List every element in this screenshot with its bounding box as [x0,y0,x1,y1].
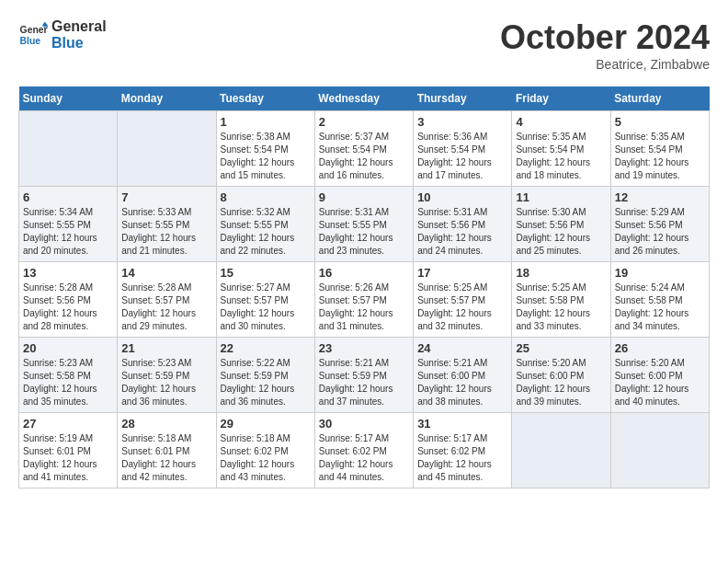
calendar-cell: 3Sunrise: 5:36 AMSunset: 5:54 PMDaylight… [414,111,512,187]
calendar-cell: 27Sunrise: 5:19 AMSunset: 6:01 PMDayligh… [19,413,118,488]
day-info: Sunrise: 5:37 AMSunset: 5:54 PMDaylight:… [319,131,409,182]
weekday-header-saturday: Saturday [610,86,709,111]
day-number: 16 [319,266,409,280]
day-info: Sunrise: 5:31 AMSunset: 5:56 PMDaylight:… [417,206,507,258]
week-row-1: 1Sunrise: 5:38 AMSunset: 5:54 PMDaylight… [19,111,710,187]
calendar-cell: 26Sunrise: 5:20 AMSunset: 6:00 PMDayligh… [610,338,709,413]
day-info: Sunrise: 5:28 AMSunset: 5:56 PMDaylight:… [23,282,113,333]
day-info: Sunrise: 5:21 AMSunset: 6:00 PMDaylight:… [417,357,507,408]
calendar-cell: 28Sunrise: 5:18 AMSunset: 6:01 PMDayligh… [118,413,216,488]
calendar-cell: 13Sunrise: 5:28 AMSunset: 5:56 PMDayligh… [19,262,118,338]
calendar-cell: 17Sunrise: 5:25 AMSunset: 5:57 PMDayligh… [414,262,512,338]
month-title: October 2024 [500,18,710,57]
svg-text:Blue: Blue [20,35,41,45]
day-number: 5 [615,115,705,129]
weekday-header-wednesday: Wednesday [314,86,413,111]
day-info: Sunrise: 5:19 AMSunset: 6:01 PMDaylight:… [23,432,113,484]
week-row-5: 27Sunrise: 5:19 AMSunset: 6:01 PMDayligh… [19,413,710,488]
day-info: Sunrise: 5:25 AMSunset: 5:58 PMDaylight:… [516,282,606,333]
day-number: 19 [615,266,705,280]
calendar-cell: 9Sunrise: 5:31 AMSunset: 5:55 PMDaylight… [314,187,413,262]
day-number: 11 [516,190,606,204]
day-info: Sunrise: 5:18 AMSunset: 6:02 PMDaylight:… [221,432,311,484]
day-info: Sunrise: 5:30 AMSunset: 5:56 PMDaylight:… [516,206,606,258]
day-number: 27 [23,417,113,431]
weekday-header-tuesday: Tuesday [216,86,314,111]
day-info: Sunrise: 5:20 AMSunset: 6:00 PMDaylight:… [615,357,705,408]
calendar-cell: 16Sunrise: 5:26 AMSunset: 5:57 PMDayligh… [314,262,413,338]
calendar-cell [512,413,610,488]
day-number: 8 [221,190,311,204]
title-block: October 2024 Beatrice, Zimbabwe [500,18,710,72]
day-number: 10 [417,190,507,204]
day-number: 22 [221,341,311,355]
page-header: General Blue General Blue October 2024 B… [18,18,710,72]
day-number: 6 [23,190,113,204]
day-info: Sunrise: 5:35 AMSunset: 5:54 PMDaylight:… [615,131,705,182]
day-number: 30 [319,417,409,431]
svg-text:General: General [20,25,48,35]
day-number: 21 [121,341,211,355]
calendar-cell: 24Sunrise: 5:21 AMSunset: 6:00 PMDayligh… [414,338,512,413]
calendar-cell: 29Sunrise: 5:18 AMSunset: 6:02 PMDayligh… [216,413,314,488]
calendar-cell [610,413,709,488]
day-info: Sunrise: 5:21 AMSunset: 5:59 PMDaylight:… [319,357,409,408]
day-info: Sunrise: 5:27 AMSunset: 5:57 PMDaylight:… [221,282,311,333]
day-number: 25 [516,341,606,355]
day-number: 14 [121,266,211,280]
day-info: Sunrise: 5:31 AMSunset: 5:55 PMDaylight:… [319,206,409,258]
weekday-header-sunday: Sunday [19,86,118,111]
day-info: Sunrise: 5:24 AMSunset: 5:58 PMDaylight:… [615,282,705,333]
day-info: Sunrise: 5:23 AMSunset: 5:59 PMDaylight:… [121,357,211,408]
day-number: 7 [121,190,211,204]
day-info: Sunrise: 5:20 AMSunset: 6:00 PMDaylight:… [516,357,606,408]
location: Beatrice, Zimbabwe [500,57,710,72]
calendar-cell: 5Sunrise: 5:35 AMSunset: 5:54 PMDaylight… [610,111,709,187]
calendar-cell: 15Sunrise: 5:27 AMSunset: 5:57 PMDayligh… [216,262,314,338]
calendar-cell: 7Sunrise: 5:33 AMSunset: 5:55 PMDaylight… [118,187,216,262]
calendar-cell: 11Sunrise: 5:30 AMSunset: 5:56 PMDayligh… [512,187,610,262]
calendar-table: SundayMondayTuesdayWednesdayThursdayFrid… [18,86,710,488]
day-info: Sunrise: 5:22 AMSunset: 5:59 PMDaylight:… [221,357,311,408]
weekday-header-row: SundayMondayTuesdayWednesdayThursdayFrid… [19,86,710,111]
day-info: Sunrise: 5:26 AMSunset: 5:57 PMDaylight:… [319,282,409,333]
day-info: Sunrise: 5:23 AMSunset: 5:58 PMDaylight:… [23,357,113,408]
calendar-cell: 8Sunrise: 5:32 AMSunset: 5:55 PMDaylight… [216,187,314,262]
calendar-cell: 31Sunrise: 5:17 AMSunset: 6:02 PMDayligh… [414,413,512,488]
logo-general: General [51,18,107,35]
day-info: Sunrise: 5:17 AMSunset: 6:02 PMDaylight:… [319,432,409,484]
calendar-cell: 23Sunrise: 5:21 AMSunset: 5:59 PMDayligh… [314,338,413,413]
calendar-cell: 20Sunrise: 5:23 AMSunset: 5:58 PMDayligh… [19,338,118,413]
day-info: Sunrise: 5:35 AMSunset: 5:54 PMDaylight:… [516,131,606,182]
day-info: Sunrise: 5:33 AMSunset: 5:55 PMDaylight:… [121,206,211,258]
weekday-header-monday: Monday [118,86,216,111]
calendar-cell: 4Sunrise: 5:35 AMSunset: 5:54 PMDaylight… [512,111,610,187]
day-number: 29 [221,417,311,431]
calendar-cell: 2Sunrise: 5:37 AMSunset: 5:54 PMDaylight… [314,111,413,187]
day-number: 3 [417,115,507,129]
logo: General Blue General Blue [18,18,107,51]
day-number: 28 [121,417,211,431]
day-number: 13 [23,266,113,280]
day-number: 12 [615,190,705,204]
day-info: Sunrise: 5:32 AMSunset: 5:55 PMDaylight:… [221,206,311,258]
logo-blue: Blue [51,35,107,52]
weekday-header-friday: Friday [512,86,610,111]
calendar-cell: 14Sunrise: 5:28 AMSunset: 5:57 PMDayligh… [118,262,216,338]
week-row-2: 6Sunrise: 5:34 AMSunset: 5:55 PMDaylight… [19,187,710,262]
day-number: 20 [23,341,113,355]
day-info: Sunrise: 5:34 AMSunset: 5:55 PMDaylight:… [23,206,113,258]
calendar-cell [19,111,118,187]
day-number: 2 [319,115,409,129]
day-info: Sunrise: 5:38 AMSunset: 5:54 PMDaylight:… [221,131,311,182]
calendar-cell: 19Sunrise: 5:24 AMSunset: 5:58 PMDayligh… [610,262,709,338]
week-row-4: 20Sunrise: 5:23 AMSunset: 5:58 PMDayligh… [19,338,710,413]
calendar-cell: 25Sunrise: 5:20 AMSunset: 6:00 PMDayligh… [512,338,610,413]
day-number: 31 [417,417,507,431]
logo-icon: General Blue [18,20,48,50]
calendar-cell: 1Sunrise: 5:38 AMSunset: 5:54 PMDaylight… [216,111,314,187]
calendar-cell: 21Sunrise: 5:23 AMSunset: 5:59 PMDayligh… [118,338,216,413]
day-number: 26 [615,341,705,355]
day-info: Sunrise: 5:25 AMSunset: 5:57 PMDaylight:… [417,282,507,333]
calendar-cell: 22Sunrise: 5:22 AMSunset: 5:59 PMDayligh… [216,338,314,413]
